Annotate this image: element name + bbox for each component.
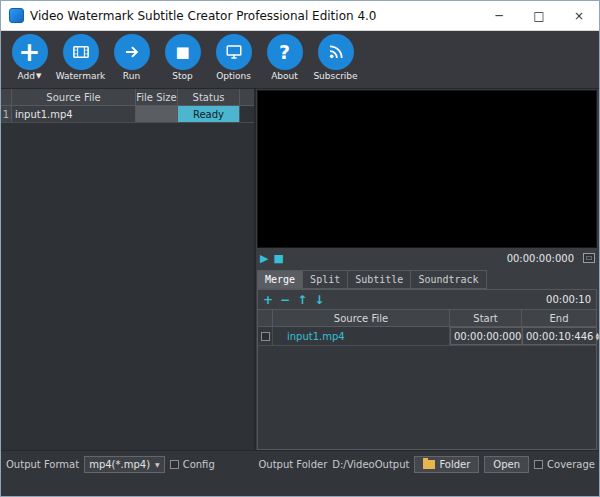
row-number-header [1, 89, 12, 105]
merge-table: Source File Start End input1.mp4 00:00:0… [257, 310, 597, 450]
spinner-arrows-icon[interactable]: ▲▼ [593, 332, 599, 340]
merge-table-header: Source File Start End [258, 310, 596, 327]
tab-soundtrack[interactable]: Soundtrack [411, 270, 486, 289]
app-window: Video Watermark Subtitle Creator Profess… [0, 0, 600, 497]
coverage-label: Coverage [547, 459, 595, 470]
config-checkbox-group[interactable]: Config [170, 456, 215, 473]
about-button[interactable]: ? About [262, 34, 307, 81]
output-folder-path: D:/VideoOutput [332, 459, 409, 470]
options-icon [216, 34, 252, 70]
remove-clip-icon[interactable]: − [280, 294, 290, 306]
add-button[interactable]: + Add▼ [7, 34, 52, 81]
file-size-cell [136, 106, 178, 122]
merge-source-file-cell[interactable]: input1.mp4 [273, 327, 450, 345]
app-icon [9, 8, 24, 23]
coverage-checkbox[interactable] [534, 460, 543, 469]
tab-merge[interactable]: Merge [257, 270, 303, 289]
end-time-spinner[interactable]: 00:00:10:446 ▲▼ [522, 327, 596, 345]
titlebar: Video Watermark Subtitle Creator Profess… [1, 1, 599, 31]
output-format-select[interactable]: mp4(*.mp4) ▼ [84, 456, 165, 473]
maximize-button[interactable]: □ [519, 1, 559, 31]
merge-actions: + − ↑ ↓ 00:00:10 [257, 289, 597, 310]
merge-source-file-header[interactable]: Source File [273, 310, 450, 326]
move-down-icon[interactable]: ↓ [314, 294, 324, 306]
folder-icon [423, 460, 435, 469]
stop-button[interactable]: ■ Stop [160, 34, 205, 81]
add-clip-icon[interactable]: + [263, 294, 273, 306]
close-button[interactable]: × [559, 1, 599, 31]
merge-table-row[interactable]: input1.mp4 00:00:00:000 ▲▼ 00:00:10:446 … [258, 327, 596, 346]
config-checkbox[interactable] [170, 460, 179, 469]
editor-tabs: Merge Split Subtitle Soundtrack [257, 270, 597, 289]
chevron-down-icon: ▼ [155, 461, 160, 468]
minimize-button[interactable]: ─ [479, 1, 519, 31]
options-button[interactable]: Options [211, 34, 256, 81]
subscribe-label: Subscribe [313, 71, 357, 81]
file-list-empty-area [1, 123, 254, 450]
source-file-panel: Source File File Size Status 1 input1.mp… [1, 89, 256, 450]
stop-label: Stop [172, 71, 192, 81]
add-icon: + [12, 34, 48, 70]
source-file-cell[interactable]: input1.mp4 [12, 106, 136, 122]
total-duration: 00:00:10 [546, 294, 591, 305]
file-size-column-header[interactable]: File Size [136, 89, 178, 105]
preview-panel: ▶ ■ 00:00:00:000 Merge Split Subtitle So… [256, 89, 599, 450]
subscribe-icon [318, 34, 354, 70]
start-time-spinner[interactable]: 00:00:00:000 ▲▼ [450, 327, 522, 345]
watermark-label: Watermark [56, 71, 106, 81]
status-badge: Ready [178, 106, 240, 122]
table-row[interactable]: 1 input1.mp4 Ready [1, 106, 254, 123]
output-folder-label: Output Folder [258, 459, 327, 470]
merge-start-header[interactable]: Start [450, 310, 522, 326]
window-controls: ─ □ × [479, 1, 599, 31]
output-folder-group: Output Folder D:/VideoOutput [258, 456, 409, 473]
row-number: 1 [1, 106, 12, 122]
config-label: Config [183, 459, 215, 470]
output-format-label: Output Format [6, 456, 79, 473]
tab-split[interactable]: Split [303, 270, 348, 289]
open-button[interactable]: Open [484, 456, 529, 473]
source-table-header: Source File File Size Status [1, 89, 254, 106]
coverage-checkbox-group[interactable]: Coverage [534, 456, 595, 473]
status-bar: Output Format mp4(*.mp4) ▼ Config Output… [1, 450, 599, 496]
stop-icon: ■ [165, 34, 201, 70]
snapshot-icon[interactable] [583, 253, 595, 263]
main-toolbar: + Add▼ Watermark Run ■ Stop Options ? [1, 31, 599, 89]
merge-end-header[interactable]: End [522, 310, 596, 326]
stop-playback-button[interactable]: ■ [273, 253, 283, 264]
watermark-icon [63, 34, 99, 70]
subscribe-button[interactable]: Subscribe [313, 34, 358, 81]
video-preview[interactable] [257, 90, 597, 248]
run-icon [114, 34, 150, 70]
run-button[interactable]: Run [109, 34, 154, 81]
status-column-header[interactable]: Status [178, 89, 240, 105]
watermark-button[interactable]: Watermark [58, 34, 103, 81]
folder-button[interactable]: Folder [414, 456, 479, 473]
about-label: About [271, 71, 298, 81]
tab-subtitle[interactable]: Subtitle [348, 270, 411, 289]
move-up-icon[interactable]: ↑ [297, 294, 307, 306]
clip-checkbox[interactable] [261, 332, 270, 341]
play-button[interactable]: ▶ [260, 253, 268, 264]
main-area: Source File File Size Status 1 input1.mp… [1, 89, 599, 450]
playback-controls: ▶ ■ 00:00:00:000 [256, 248, 599, 268]
playback-timecode: 00:00:00:000 [507, 253, 574, 264]
add-dropdown-icon[interactable]: ▼ [36, 72, 41, 80]
source-file-column-header[interactable]: Source File [12, 89, 136, 105]
window-title: Video Watermark Subtitle Creator Profess… [30, 9, 376, 23]
options-label: Options [216, 71, 251, 81]
add-label: Add [18, 71, 35, 81]
merge-table-empty-area [258, 346, 596, 449]
about-icon: ? [267, 34, 303, 70]
run-label: Run [123, 71, 140, 81]
